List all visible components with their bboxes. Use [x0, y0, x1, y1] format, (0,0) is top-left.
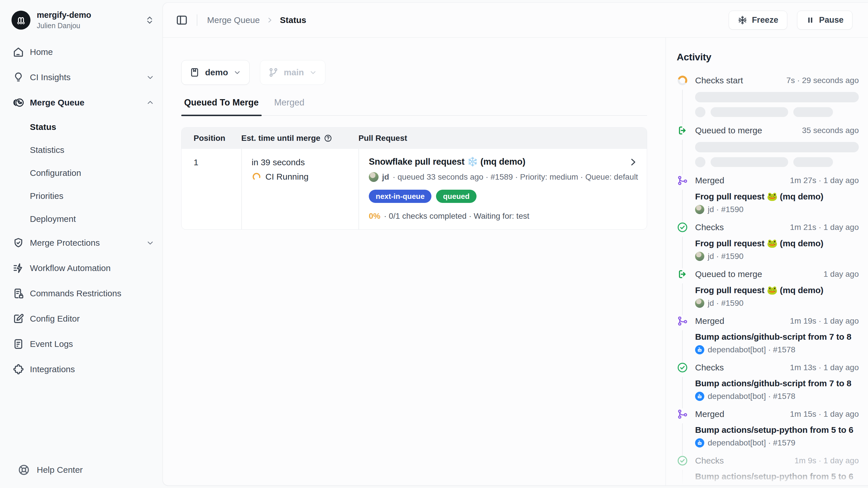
git-branch-icon — [268, 67, 279, 78]
merge-queue-icon — [13, 97, 24, 108]
queue-content: demo main — [163, 38, 665, 485]
row-ci-status: CI Running — [266, 172, 308, 182]
activity-event-label: Checks start — [695, 76, 743, 85]
activity-pr-title[interactable]: Frog pull request 🐸 (mq demo) — [695, 238, 859, 248]
shield-check-icon — [13, 237, 24, 249]
sidebar-item-label: Merge Queue — [30, 98, 85, 108]
activity-event-time: 7s · 29 seconds ago — [786, 76, 859, 85]
activity-pr-title[interactable]: Frog pull request 🐸 (mq demo) — [695, 285, 859, 295]
activity-panel: Activity Checks start 7s · 29 seconds ag… — [665, 38, 868, 485]
sidebar-item-label: Event Logs — [30, 339, 73, 349]
activity-item[interactable]: Merged 1m 27s · 1 day ago Frog pull requ… — [677, 175, 859, 222]
sidebar-item-label: Config Editor — [30, 314, 80, 324]
puzzle-icon — [13, 364, 24, 375]
life-buoy-icon — [18, 464, 30, 476]
activity-event-label: Merged — [695, 316, 724, 326]
activity-pr-byline: dependabot[bot] · #1578 — [708, 392, 795, 401]
org-name: mergify-demo — [37, 10, 145, 20]
tab-queued-to-merge[interactable]: Queued To Merge — [181, 97, 262, 115]
activity-pr-title[interactable]: Bump actions/setup-python from 5 to 6 — [695, 471, 859, 481]
help-circle-icon[interactable] — [324, 134, 332, 143]
activity-title: Activity — [677, 52, 859, 63]
mergify-logo-icon — [11, 11, 30, 30]
chevron-down-icon — [309, 68, 317, 77]
activity-pr-byline: dependabot[bot] · #1578 — [708, 345, 795, 354]
sidebar: mergify-demo Julien Danjou Home CI Insig… — [0, 0, 162, 488]
branch-select[interactable]: main — [260, 60, 326, 85]
repo-select[interactable]: demo — [181, 60, 250, 85]
row-chevron-right-icon[interactable] — [628, 156, 638, 167]
queue-table: Position Est. time until merge Pull Requ… — [181, 127, 647, 230]
sidebar-item-merge-queue[interactable]: Merge Queue — [0, 94, 162, 111]
breadcrumb-merge-queue[interactable]: Merge Queue — [207, 15, 260, 25]
sidebar-item-event-logs[interactable]: Event Logs — [0, 336, 162, 352]
activity-pr-byline: dependabot[bot] · #1579 — [708, 485, 795, 485]
chevron-down-icon — [233, 68, 241, 77]
branch-select-value: main — [284, 67, 304, 77]
queued-to-merge-icon — [677, 125, 688, 136]
sidebar-item-label: Deployment — [30, 214, 76, 224]
sidebar-toggle-icon[interactable] — [176, 14, 188, 26]
sidebar-item-configuration[interactable]: Configuration — [0, 166, 162, 180]
sidebar-item-label: Merge Protections — [30, 238, 100, 248]
org-switcher[interactable]: mergify-demo Julien Danjou — [0, 8, 162, 32]
file-lock-icon — [13, 288, 24, 299]
activity-pr-title[interactable]: Bump actions/github-script from 7 to 8 — [695, 332, 859, 342]
activity-item[interactable]: Checks start 7s · 29 seconds ago — [677, 75, 859, 125]
pause-button[interactable]: Pause — [797, 11, 852, 30]
activity-item[interactable]: Merged 1m 15s · 1 day ago Bump actions/s… — [677, 408, 859, 455]
sidebar-item-ci-insights[interactable]: CI Insights — [0, 69, 162, 86]
activity-event-time: 1m 21s · 1 day ago — [790, 223, 859, 232]
sidebar-item-commands-restrictions[interactable]: Commands Restrictions — [0, 285, 162, 302]
dependabot-icon — [695, 485, 704, 485]
repo-select-value: demo — [205, 67, 228, 77]
sidebar-item-workflow-automation[interactable]: Workflow Automation — [0, 260, 162, 277]
activity-event-label: Merged — [695, 176, 724, 185]
activity-event-label: Queued to merge — [695, 269, 762, 279]
sidebar-item-config-editor[interactable]: Config Editor — [0, 310, 162, 327]
queue-row[interactable]: 1 in 39 seconds CI Running — [182, 149, 647, 229]
activity-item[interactable]: Checks 1m 9s · 1 day ago Bump actions/se… — [677, 455, 859, 485]
ci-spinner-icon — [252, 172, 261, 182]
activity-pr-title[interactable]: Bump actions/setup-python from 5 to 6 — [695, 425, 859, 435]
activity-event-time: 35 seconds ago — [802, 126, 859, 135]
sidebar-item-statistics[interactable]: Statistics — [0, 143, 162, 157]
sidebar-item-merge-protections[interactable]: Merge Protections — [0, 234, 162, 251]
row-progress-percent: 0% — [369, 211, 380, 221]
activity-item[interactable]: Queued to merge 1 day ago Frog pull requ… — [677, 268, 859, 315]
help-center-link[interactable]: Help Center — [18, 464, 83, 476]
activity-skeleton — [695, 136, 859, 167]
sidebar-item-priorities[interactable]: Priorities — [0, 189, 162, 203]
sidebar-item-status[interactable]: Status — [0, 120, 162, 135]
main-card: Merge Queue Status Freeze Pause — [162, 2, 868, 486]
spinner-icon — [677, 75, 688, 86]
freeze-button[interactable]: Freeze — [729, 11, 787, 30]
column-position: Position — [182, 134, 241, 143]
activity-item[interactable]: Merged 1m 19s · 1 day ago Bump actions/g… — [677, 315, 859, 362]
activity-pr-title[interactable]: Frog pull request 🐸 (mq demo) — [695, 192, 859, 201]
breadcrumb-chevron-icon — [266, 17, 273, 24]
sidebar-item-label: Priorities — [30, 191, 63, 201]
activity-item[interactable]: Queued to merge 35 seconds ago — [677, 125, 859, 175]
activity-pr-byline: dependabot[bot] · #1579 — [708, 438, 795, 448]
activity-event-time: 1m 27s · 1 day ago — [790, 176, 859, 185]
org-switcher-chevrons-icon[interactable] — [145, 15, 155, 25]
activity-pr-byline: jd · #1590 — [708, 205, 744, 214]
chevron-up-icon — [146, 98, 155, 107]
activity-event-label: Merged — [695, 409, 724, 419]
snowflake-icon — [738, 15, 747, 25]
activity-item[interactable]: Checks 1m 21s · 1 day ago Frog pull requ… — [677, 222, 859, 268]
sidebar-item-home[interactable]: Home — [0, 44, 162, 60]
row-position: 1 — [182, 149, 241, 229]
activity-item[interactable]: Checks 1m 13s · 1 day ago Bump actions/g… — [677, 362, 859, 408]
sidebar-item-integrations[interactable]: Integrations — [0, 361, 162, 378]
activity-event-label: Checks — [695, 223, 724, 232]
activity-pr-title[interactable]: Bump actions/github-script from 7 to 8 — [695, 378, 859, 388]
row-progress-text: · 0/1 checks completed · Waiting for: te… — [384, 211, 529, 221]
author-avatar — [695, 298, 704, 308]
tab-merged[interactable]: Merged — [272, 97, 307, 115]
sidebar-item-deployment[interactable]: Deployment — [0, 211, 162, 227]
activity-pr-byline: jd · #1590 — [708, 298, 744, 308]
chevron-down-icon — [146, 73, 155, 82]
check-circle-icon — [677, 455, 688, 466]
